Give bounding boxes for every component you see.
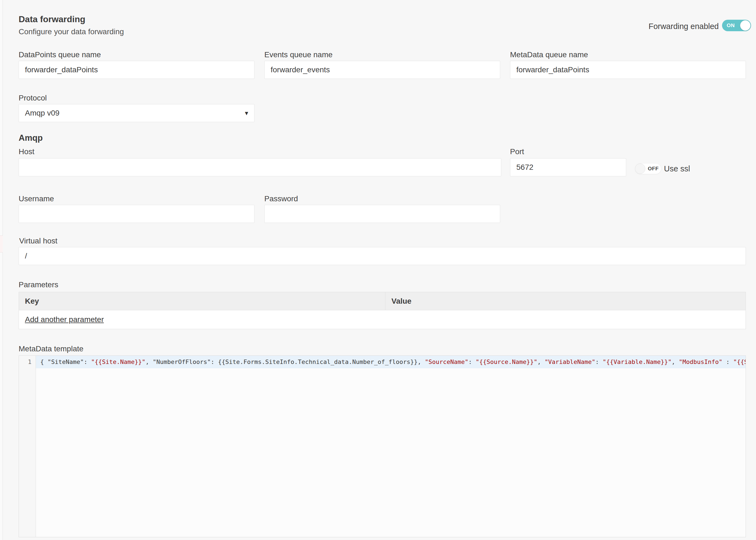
- use-ssl-label: Use ssl: [664, 164, 690, 173]
- protocol-select[interactable]: Amqp v09 ▾: [19, 104, 254, 122]
- parameters-table-row: Add another parameter: [19, 310, 746, 329]
- toggle-off-text: OFF: [648, 164, 659, 174]
- events-queue-input[interactable]: [264, 61, 500, 79]
- username-input[interactable]: [19, 205, 254, 223]
- add-parameter-link[interactable]: Add another parameter: [25, 315, 104, 324]
- metadata-template-editor[interactable]: 1 { "SiteName": "{{Site.Name}}", "Number…: [19, 355, 746, 537]
- events-queue-label: Events queue name: [264, 51, 333, 59]
- protocol-label: Protocol: [19, 94, 47, 102]
- protocol-selected-value: Amqp v09: [25, 109, 60, 117]
- virtual-host-label: Virtual host: [19, 237, 58, 245]
- username-label: Username: [19, 195, 54, 203]
- page-subtitle: Configure your data forwarding: [19, 27, 124, 36]
- datapoints-queue-label: DataPoints queue name: [19, 51, 101, 59]
- toggle-on-text: ON: [727, 20, 735, 31]
- password-input[interactable]: [264, 205, 500, 223]
- toggle-knob: [635, 164, 645, 174]
- metadata-queue-label: MetaData queue name: [510, 51, 588, 59]
- use-ssl-toggle[interactable]: OFF: [635, 163, 661, 174]
- left-panel-highlight: [0, 235, 3, 252]
- forwarding-enabled-toggle[interactable]: ON: [722, 20, 751, 31]
- editor-gutter: [19, 356, 36, 537]
- password-label: Password: [264, 195, 298, 203]
- port-input[interactable]: [510, 158, 626, 176]
- page-title: Data forwarding: [19, 14, 85, 24]
- chevron-down-icon: ▾: [245, 104, 248, 122]
- left-panel-edge: [0, 0, 3, 540]
- parameters-value-column-header: Value: [385, 292, 746, 310]
- port-label: Port: [510, 147, 524, 156]
- host-input[interactable]: [19, 158, 501, 176]
- virtual-host-input[interactable]: [19, 247, 746, 265]
- code-line: { "SiteName": "{{Site.Name}}", "NumberOf…: [40, 356, 746, 368]
- amqp-section-title: Amqp: [19, 133, 43, 143]
- parameters-table: Key Value Add another parameter: [19, 292, 746, 329]
- parameters-label: Parameters: [19, 280, 58, 289]
- parameters-key-column-header: Key: [19, 292, 385, 310]
- datapoints-queue-input[interactable]: [19, 61, 254, 79]
- metadata-template-label: MetaData template: [19, 344, 83, 353]
- parameters-table-header: Key Value: [19, 292, 746, 310]
- data-forwarding-page: Data forwarding Configure your data forw…: [0, 0, 756, 540]
- host-label: Host: [19, 147, 35, 156]
- forwarding-enabled-label: Forwarding enabled: [649, 22, 719, 31]
- line-number: 1: [19, 356, 36, 368]
- metadata-queue-input[interactable]: [510, 61, 746, 79]
- toggle-knob: [740, 20, 751, 31]
